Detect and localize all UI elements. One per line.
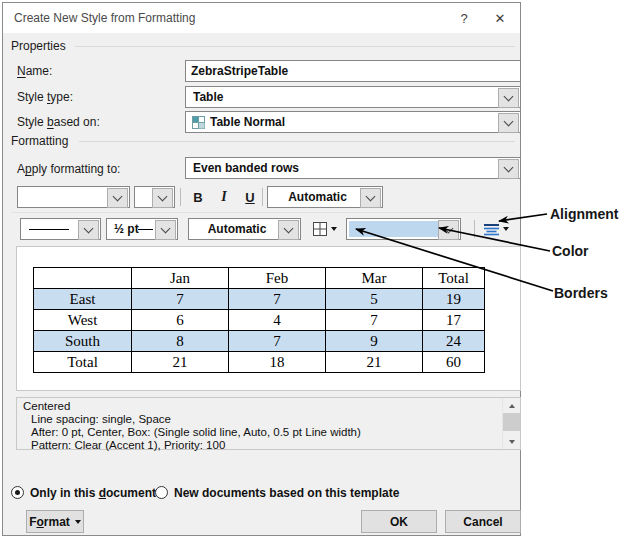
font-size-value [142,187,152,207]
italic-icon: I [221,189,226,205]
style-type-label: Style type: [17,90,73,104]
table-cell: 7 [326,310,423,331]
table-cell: 8 [132,331,229,352]
description-line: After: 0 pt, Center, Box: (Single solid … [23,426,498,439]
cancel-button-label: Cancel [463,515,502,529]
style-preview-panel: JanFebMarTotalEast77519West64717South879… [16,246,521,391]
table-cell: 9 [326,331,423,352]
bold-icon: B [193,190,202,205]
borders-button[interactable] [307,218,343,240]
font-size-select[interactable] [134,186,175,208]
format-button-label: Format [29,515,70,529]
ok-button-label: OK [390,515,408,529]
italic-button[interactable]: I [212,186,236,208]
properties-section-label: Properties [11,39,66,53]
table-cell: 6 [132,310,229,331]
table-cell: 17 [423,310,485,331]
style-description-panel: Centered Line spacing: single, Space Aft… [16,397,521,450]
chevron-down-icon[interactable] [498,113,519,133]
close-icon: ✕ [495,11,506,26]
formatting-section-label: Formatting [11,134,68,148]
table-row: East77519 [34,289,485,310]
scroll-up-icon[interactable] [503,398,520,413]
font-color-select[interactable]: Automatic [267,186,383,208]
format-button[interactable]: Format [26,510,84,533]
table-style-icon [192,116,205,129]
chevron-down-icon[interactable] [152,188,173,208]
chevron-down-icon[interactable] [498,159,519,179]
help-button[interactable]: ? [448,3,480,33]
font-name-select[interactable] [17,186,130,208]
dropdown-arrow-icon [331,227,337,231]
table-row: South87924 [34,331,485,352]
scroll-down-icon[interactable] [503,434,520,449]
table-cell: 7 [229,289,326,310]
apply-formatting-to-select[interactable]: Even banded rows [185,157,521,179]
table-row: Total21182160 [34,352,485,373]
style-type-value: Table [193,87,498,107]
table-cell: 7 [229,331,326,352]
table-header-cell [34,268,132,289]
annotation-color: Color [552,243,589,259]
close-button[interactable]: ✕ [484,3,516,33]
fill-color-select[interactable] [346,218,461,240]
chevron-down-icon[interactable] [360,188,381,208]
toolbar-separator [474,220,475,238]
only-in-document-radio[interactable] [11,486,24,499]
screenshot-canvas: Create New Style from Formatting ? ✕ Pro… [0,0,629,539]
toolbar-separator [262,188,263,206]
table-row: West64717 [34,310,485,331]
table-header-cell: Mar [326,268,423,289]
formatting-divider [79,141,515,142]
cancel-button[interactable]: Cancel [445,510,521,533]
table-header-cell: Feb [229,268,326,289]
chevron-down-icon[interactable] [78,220,99,240]
border-color-select[interactable]: Automatic [188,218,301,240]
borders-grid-icon [313,222,327,236]
alignment-button[interactable] [480,218,512,240]
chevron-down-icon[interactable] [107,188,128,208]
chevron-down-icon[interactable] [278,220,299,240]
table-cell: 21 [132,352,229,373]
table-cell: 21 [326,352,423,373]
table-row-label: West [34,310,132,331]
table-cell: 7 [132,289,229,310]
style-based-on-label: Style based on: [17,115,100,129]
ok-button[interactable]: OK [361,510,437,533]
table-cell: 4 [229,310,326,331]
properties-divider [75,46,515,47]
description-scrollbar[interactable] [502,398,520,449]
weight-line-icon [138,229,153,230]
dropdown-arrow-icon [75,520,81,524]
border-weight-select[interactable]: ½ pt [106,218,178,240]
style-based-on-select[interactable]: Table Normal [185,111,521,133]
new-documents-radio[interactable] [155,486,168,499]
description-line: Centered [23,400,498,413]
style-type-select[interactable]: Table [185,86,521,108]
chevron-down-icon[interactable] [155,220,176,240]
preview-table: JanFebMarTotalEast77519West64717South879… [33,267,485,373]
table-header-cell: Jan [132,268,229,289]
table-cell: 19 [423,289,485,310]
chevron-down-icon[interactable] [498,88,519,108]
annotation-alignment: Alignment [550,206,618,222]
new-documents-label[interactable]: New documents based on this template [174,486,399,500]
border-line-style-select[interactable] [20,218,101,240]
alignment-icon [484,223,499,236]
description-line: Pattern: Clear (Accent 1), Priority: 100 [23,439,498,452]
bold-button[interactable]: B [186,186,210,208]
table-row-label: East [34,289,132,310]
name-label: Name: [17,64,52,78]
table-cell: 60 [423,352,485,373]
dialog-titlebar[interactable]: Create New Style from Formatting ? ✕ [3,3,520,33]
chevron-down-icon[interactable] [438,220,459,240]
apply-formatting-to-label: Apply formatting to: [17,162,120,176]
style-name-input[interactable] [185,60,521,82]
style-description-text: Centered Line spacing: single, Space Aft… [23,400,498,452]
underline-button[interactable]: U [238,186,262,208]
only-in-document-label[interactable]: Only in this document [30,486,156,500]
annotation-borders: Borders [554,285,608,301]
scrollbar-thumb[interactable] [503,413,520,431]
border-color-value: Automatic [196,219,278,239]
radio-selected-dot [15,490,20,495]
